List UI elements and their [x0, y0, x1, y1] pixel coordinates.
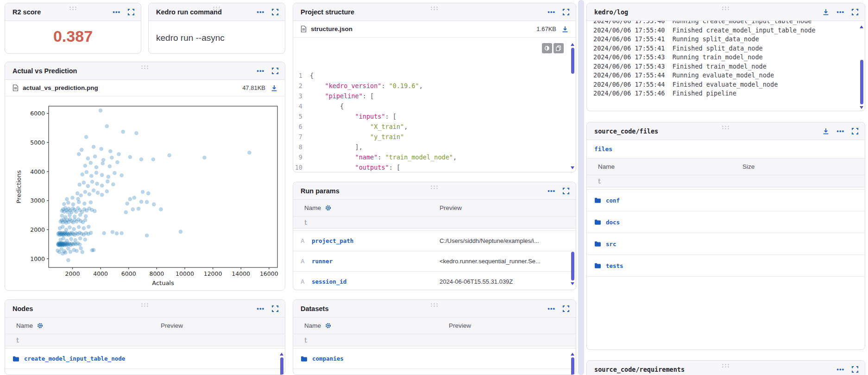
table-row[interactable]: create_model_input_table_node [5, 349, 285, 369]
scroll-up-icon[interactable] [571, 43, 574, 46]
scroll-down-icon[interactable] [571, 282, 574, 285]
download-icon[interactable] [823, 128, 829, 134]
more-menu-icon[interactable]: ••• [257, 306, 264, 311]
page-scrollbar-track[interactable] [578, 0, 584, 375]
scatter-point [68, 225, 72, 229]
folder-icon [594, 219, 601, 225]
row-name-link[interactable]: project_path [312, 237, 353, 244]
download-icon[interactable] [823, 9, 829, 15]
row-name-link[interactable]: src [606, 241, 616, 248]
string-type-icon: A [301, 258, 307, 265]
row-name-link[interactable]: tests [606, 262, 623, 269]
theme-toggle-icon[interactable] [542, 43, 552, 53]
expand-icon[interactable] [852, 366, 858, 373]
drag-handle-icon[interactable] [722, 6, 730, 10]
scatter-point [202, 156, 207, 160]
scatter-point [99, 147, 103, 151]
drag-handle-icon[interactable] [431, 303, 438, 307]
drag-handle-icon[interactable] [69, 6, 77, 10]
row-name-link[interactable]: session_id [312, 278, 346, 285]
scatter-point [101, 158, 106, 162]
scatter-point [82, 181, 86, 185]
expand-icon[interactable] [272, 68, 278, 74]
download-icon[interactable] [271, 85, 277, 91]
more-menu-icon[interactable]: ••• [547, 306, 555, 311]
scatter-point [65, 239, 69, 243]
drag-handle-icon[interactable] [141, 65, 149, 69]
more-menu-icon[interactable]: ••• [257, 10, 264, 14]
scatter-point [63, 215, 68, 219]
table-row[interactable]: docs [587, 211, 865, 233]
row-name-link[interactable]: runner [312, 258, 333, 265]
drag-handle-icon[interactable] [722, 126, 730, 129]
scroll-up-icon[interactable] [280, 353, 283, 356]
scrollbar-thumb[interactable] [280, 357, 283, 375]
gear-icon[interactable] [325, 205, 331, 211]
drag-handle-icon[interactable] [431, 6, 438, 10]
more-menu-icon[interactable]: ••• [113, 10, 120, 14]
gear-icon[interactable] [325, 323, 331, 329]
table-row[interactable]: companies [293, 349, 576, 369]
file-name[interactable]: actual_vs_prediction.png [23, 84, 98, 91]
filter-row[interactable]: t [587, 175, 865, 187]
row-name-link[interactable]: docs [606, 219, 620, 226]
table-row[interactable]: src [587, 233, 865, 255]
scatter-point [151, 157, 156, 161]
copy-icon[interactable] [554, 43, 564, 53]
scatter-point [83, 218, 88, 222]
drag-handle-icon[interactable] [722, 364, 730, 368]
file-name[interactable]: structure.json [311, 25, 352, 32]
expand-icon[interactable] [272, 9, 278, 15]
scrollbar-thumb[interactable] [571, 357, 574, 375]
file-attachment-bar: actual_vs_prediction.png 47.81KB [5, 80, 285, 96]
filter-row[interactable]: t [293, 334, 576, 346]
table-row[interactable]: tests [587, 255, 865, 277]
scroll-up-icon[interactable] [860, 25, 863, 28]
table-row[interactable]: conf [587, 190, 865, 211]
scrollbar-thumb[interactable] [571, 252, 574, 280]
filter-row[interactable]: t [5, 334, 285, 346]
folder-icon [594, 263, 601, 268]
row-name-link[interactable]: create_model_input_table_node [24, 355, 125, 362]
table-row[interactable]: Asession_id2024-06-06T15.55.31.039Z [293, 272, 576, 290]
more-menu-icon[interactable]: ••• [837, 129, 844, 133]
expand-icon[interactable] [852, 9, 858, 15]
expand-icon[interactable] [563, 305, 569, 312]
more-menu-icon[interactable]: ••• [547, 189, 555, 193]
more-menu-icon[interactable]: ••• [547, 10, 555, 14]
expand-icon[interactable] [563, 188, 569, 194]
scrollbar-thumb[interactable] [571, 48, 574, 74]
table-row[interactable]: Arunner<kedro.runner.sequential_runner.S… [293, 251, 576, 272]
r2-score-value: 0.387 [5, 27, 141, 45]
drag-handle-icon[interactable] [141, 303, 149, 307]
scroll-up-icon[interactable] [571, 353, 574, 356]
scatter-point [89, 231, 93, 235]
expand-icon[interactable] [852, 128, 858, 134]
more-menu-icon[interactable]: ••• [837, 367, 844, 372]
more-menu-icon[interactable]: ••• [837, 10, 844, 14]
line-number: 8 [293, 142, 310, 152]
row-name-link[interactable]: companies [312, 355, 344, 362]
scroll-down-icon[interactable] [860, 106, 863, 109]
scatter-point [105, 124, 109, 128]
scatter-point [92, 189, 96, 193]
filter-row[interactable]: t [293, 216, 576, 229]
row-name-link[interactable]: conf [606, 197, 620, 204]
text-filter-icon: t [16, 336, 19, 344]
drag-handle-icon[interactable] [431, 185, 438, 189]
scatter-point [78, 236, 82, 241]
expand-icon[interactable] [272, 305, 278, 312]
expand-icon[interactable] [563, 9, 569, 15]
more-menu-icon[interactable]: ••• [257, 69, 264, 73]
gear-icon[interactable] [37, 323, 43, 329]
scatter-point [69, 237, 73, 241]
drag-handle-icon[interactable] [213, 6, 220, 10]
scrollbar-thumb[interactable] [860, 60, 863, 104]
expand-icon[interactable] [128, 9, 134, 15]
scroll-down-icon[interactable] [571, 166, 574, 169]
files-root-link[interactable]: files [594, 146, 612, 153]
download-icon[interactable] [562, 26, 568, 32]
table-row[interactable]: Aproject_pathC:/Users/siddh/Neptune/exam… [293, 231, 576, 251]
column-name: Name [16, 322, 33, 329]
panel-title: Datasets [301, 305, 328, 312]
